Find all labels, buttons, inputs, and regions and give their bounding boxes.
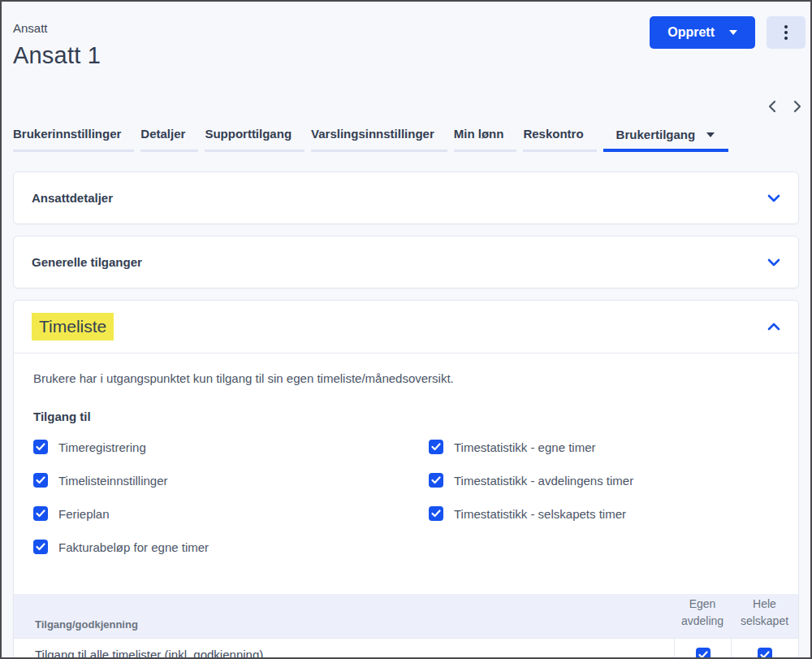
tab-min-lonn[interactable]: Min lønn xyxy=(454,127,517,152)
tab-brukerinnstillinger[interactable]: Brukerinnstillinger xyxy=(13,127,134,152)
tab-varslingsinnstillinger[interactable]: Varslingsinnstillinger xyxy=(311,127,447,152)
checkbox-row-timestatistikk-egne: Timestatistikk - egne timer xyxy=(429,440,633,454)
checkbox-row-timelisteinnstillinger: Timelisteinnstillinger xyxy=(33,473,429,488)
header-actions: Opprett xyxy=(650,16,806,49)
access-checkbox-grid: Timeregistrering Timelisteinnstillinger … xyxy=(33,440,779,573)
row-label: Tilgang til alle timelister (inkl. godkj… xyxy=(14,639,674,659)
access-heading: Tilgang til xyxy=(33,410,779,423)
panel-ansattdetaljer: Ansattdetaljer xyxy=(13,171,799,224)
column-header-tilgang-godkjenning: Tilgang/godkjenning xyxy=(14,618,674,631)
timeliste-intro-text: Brukere har i utgangspunktet kun tilgang… xyxy=(33,371,779,385)
panel-timeliste-body: Brukere har i utgangspunktet kun tilgang… xyxy=(14,371,798,659)
create-button-label: Opprett xyxy=(667,25,715,40)
checkbox-row-timestatistikk-selskapets: Timestatistikk - selskapets timer xyxy=(429,506,633,521)
tab-reskontro[interactable]: Reskontro xyxy=(523,127,596,152)
checkbox-row-timeregistrering: Timeregistrering xyxy=(33,440,429,454)
chevron-left-icon xyxy=(767,100,777,113)
cell-egen-avdeling xyxy=(674,639,731,659)
tab-supporttilgang[interactable]: Supporttilgang xyxy=(205,127,304,152)
topbar: Ansatt Ansatt 1 Opprett xyxy=(2,2,810,69)
caret-down-icon xyxy=(729,30,737,35)
panel-generelle-tilganger-header[interactable]: Generelle tilganger xyxy=(14,236,798,288)
tab-bar: Brukerinnstillinger Detaljer Supporttilg… xyxy=(2,127,810,152)
record-pager xyxy=(766,98,804,115)
checkbox-ferieplan[interactable] xyxy=(33,506,48,521)
column-header-hele-selskapet: Hele selskapet xyxy=(731,596,798,631)
chevron-down-icon xyxy=(767,191,780,206)
chevron-up-icon xyxy=(767,319,780,334)
checkbox-timeregistrering[interactable] xyxy=(33,440,48,454)
panel-timeliste: Timeliste Brukere har i utgangspunktet k… xyxy=(13,300,799,659)
checkbox-timestatistikk-egne[interactable] xyxy=(429,440,443,454)
panel-ansattdetaljer-header[interactable]: Ansattdetaljer xyxy=(14,172,798,223)
cell-hele-selskapet xyxy=(731,639,798,659)
table-row-alle-timelister: Tilgang til alle timelister (inkl. godkj… xyxy=(14,638,798,659)
tab-detaljer[interactable]: Detaljer xyxy=(140,127,198,152)
panel-timeliste-title-highlighted: Timeliste xyxy=(32,313,114,340)
access-approval-table: Tilgang/godkjenning Egen avdeling Hele s… xyxy=(14,594,798,659)
checkbox-egen-avdeling[interactable] xyxy=(696,648,710,659)
checkbox-row-timestatistikk-avdelingens: Timestatistikk - avdelingens timer xyxy=(429,473,633,488)
checkbox-timestatistikk-avdelingens[interactable] xyxy=(429,473,443,488)
checkbox-timestatistikk-selskapets[interactable] xyxy=(429,506,443,521)
chevron-down-icon xyxy=(767,255,780,270)
checkbox-row-ferieplan: Ferieplan xyxy=(33,506,429,521)
column-header-egen-avdeling: Egen avdeling xyxy=(674,596,731,631)
chevron-right-icon xyxy=(793,100,802,113)
access-column-left: Timeregistrering Timelisteinnstillinger … xyxy=(33,440,429,573)
tab-brukertilgang[interactable]: Brukertilgang xyxy=(603,128,729,152)
next-record-button[interactable] xyxy=(791,98,804,115)
table-header-row: Tilgang/godkjenning Egen avdeling Hele s… xyxy=(14,594,798,638)
access-column-right: Timestatistikk - egne timer Timestatisti… xyxy=(429,440,633,573)
app-window: Ansatt Ansatt 1 Opprett Brukerinnstillin… xyxy=(0,0,812,659)
checkbox-row-fakturabelop: Fakturabeløp for egne timer xyxy=(33,540,429,554)
create-button[interactable]: Opprett xyxy=(650,16,755,49)
checkbox-hele-selskapet[interactable] xyxy=(758,648,772,659)
prev-record-button[interactable] xyxy=(766,98,779,115)
panel-timeliste-header[interactable]: Timeliste xyxy=(14,301,798,353)
kebab-icon xyxy=(784,25,788,28)
panel-generelle-tilganger: Generelle tilganger xyxy=(13,236,799,288)
checkbox-fakturabelop[interactable] xyxy=(33,540,48,554)
kebab-menu-button[interactable] xyxy=(767,16,806,49)
checkbox-timelisteinnstillinger[interactable] xyxy=(33,473,48,488)
tab-caret-icon xyxy=(706,132,715,137)
